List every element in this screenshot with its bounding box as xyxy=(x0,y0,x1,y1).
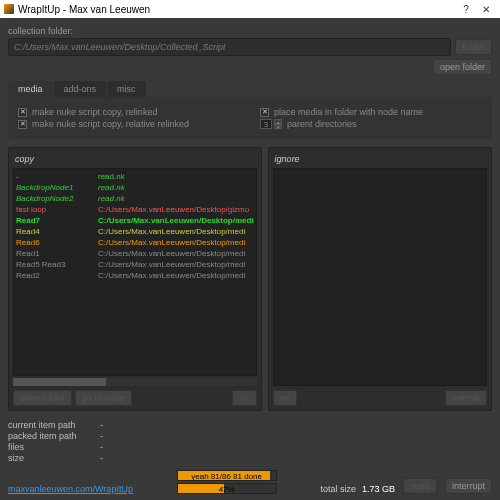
copy-panel-title: copy xyxy=(13,152,257,168)
start-button[interactable]: start! xyxy=(403,478,437,494)
progress-items-label: yeah 81/86 81 done xyxy=(178,471,276,480)
list-item[interactable]: -read.nk xyxy=(16,171,254,182)
tab-addons[interactable]: add-ons xyxy=(54,81,107,97)
collection-label: collection folder: xyxy=(8,26,492,36)
list-item[interactable]: Read2C:/Users/Max.vanLeeuwen/Desktop/med… xyxy=(16,270,254,281)
list-item[interactable]: Read5 Read3C:/Users/Max.vanLeeuwen/Deskt… xyxy=(16,259,254,270)
copy-scrollbar[interactable] xyxy=(13,378,257,386)
check-place-media-label: place media in folder with node name xyxy=(274,107,423,117)
parent-dirs-value: 3 xyxy=(260,119,272,129)
help-button[interactable]: ? xyxy=(456,4,476,15)
list-item[interactable]: BackdropNode1read.nk xyxy=(16,182,254,193)
website-link[interactable]: maxvanleeuwen.com/WrapItUp xyxy=(8,484,133,494)
check-copy-relinked-label: make nuke script copy, relinked xyxy=(32,107,157,117)
current-item-label: current item path xyxy=(8,420,100,430)
check-place-media[interactable]: ✕ xyxy=(260,108,269,117)
check-copy-relative[interactable]: ✕ xyxy=(18,120,27,129)
list-item[interactable]: fast loopC:/Users/Max.vanLeeuwen/Desktop… xyxy=(16,204,254,215)
app-icon xyxy=(4,4,14,14)
go-to-node-btn[interactable]: go to node xyxy=(75,390,132,406)
open-folder-btn[interactable]: open folder xyxy=(13,390,72,406)
list-item[interactable]: Read1C:/Users/Max.vanLeeuwen/Desktop/med… xyxy=(16,248,254,259)
move-left-btn[interactable]: << xyxy=(273,390,298,406)
open-folder-button[interactable]: open folder xyxy=(433,59,492,75)
stepper-down-icon[interactable]: ▾ xyxy=(274,124,282,129)
total-size-value: 1.73 GB xyxy=(362,484,395,494)
tab-media[interactable]: media xyxy=(8,81,53,97)
parent-dirs-stepper[interactable]: 3 ▴▾ xyxy=(260,119,282,129)
list-item[interactable]: Read6C:/Users/Max.vanLeeuwen/Desktop/med… xyxy=(16,237,254,248)
parent-dirs-label: parent directories xyxy=(287,119,357,129)
files-value: - xyxy=(100,442,103,452)
copy-list[interactable]: -read.nkBackdropNode1read.nkBackdropNode… xyxy=(13,168,257,376)
progress-percent: 47% xyxy=(177,483,277,494)
list-item[interactable]: Read4C:/Users/Max.vanLeeuwen/Desktop/med… xyxy=(16,226,254,237)
ignore-panel-title: ignore xyxy=(273,152,487,168)
window-title: WrapItUp - Max van Leeuwen xyxy=(18,4,150,15)
packed-item-label: packed item path xyxy=(8,431,100,441)
move-right-btn[interactable]: >> xyxy=(232,390,257,406)
ignore-list[interactable] xyxy=(273,168,487,386)
ignore-panel: ignore << refresh xyxy=(268,147,492,411)
files-label: files xyxy=(8,442,100,452)
progress-percent-label: 47% xyxy=(178,484,276,493)
info-block: current item path- packed item path- fil… xyxy=(8,419,492,464)
close-button[interactable]: ✕ xyxy=(476,4,496,15)
copy-panel: copy -read.nkBackdropNode1read.nkBackdro… xyxy=(8,147,262,411)
collection-path-input[interactable]: C:/Users/Max.vanLeeuwen/Desktop/Collecte… xyxy=(8,38,451,56)
size-value: - xyxy=(100,453,103,463)
size-label: size xyxy=(8,453,100,463)
folder-button[interactable]: folder xyxy=(455,39,492,55)
total-size-label: total size xyxy=(320,484,356,494)
refresh-btn[interactable]: refresh xyxy=(445,390,487,406)
list-item[interactable]: Read7C:/Users/Max.vanLeeuwen/Desktop/med… xyxy=(16,215,254,226)
title-bar: WrapItUp - Max van Leeuwen ? ✕ xyxy=(0,0,500,18)
interrupt-button[interactable]: interrupt xyxy=(445,478,492,494)
current-item-value: - xyxy=(100,420,103,430)
tab-body: ✕make nuke script copy, relinked ✕make n… xyxy=(8,97,492,139)
list-item[interactable]: BackdropNode2read.nk xyxy=(16,193,254,204)
tabs: media add-ons misc xyxy=(8,81,492,97)
progress-items: yeah 81/86 81 done xyxy=(177,470,277,481)
packed-item-value: - xyxy=(100,431,103,441)
check-copy-relative-label: make nuke script copy, relative relinked xyxy=(32,119,189,129)
check-copy-relinked[interactable]: ✕ xyxy=(18,108,27,117)
tab-misc[interactable]: misc xyxy=(107,81,146,97)
app-body: collection folder: C:/Users/Max.vanLeeuw… xyxy=(0,18,500,500)
